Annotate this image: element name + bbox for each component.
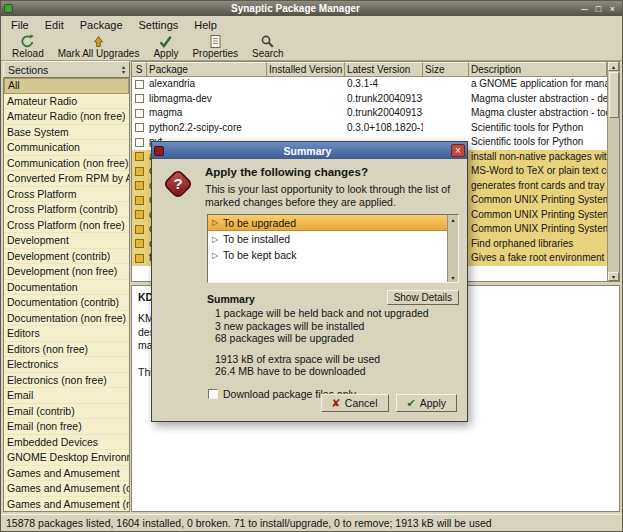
section-item[interactable]: Cross Platform (contrib) bbox=[4, 202, 129, 218]
changes-scroll-up-icon[interactable]: ▴ bbox=[451, 216, 454, 223]
column-header-size[interactable]: Size bbox=[423, 62, 469, 77]
section-item[interactable]: Development (contrib) bbox=[4, 249, 129, 265]
latest-version-cell: 0.trunk20040913-1 bbox=[345, 92, 423, 107]
window-controls: ─ □ × bbox=[578, 3, 619, 15]
section-item[interactable]: Communication (non free) bbox=[4, 156, 129, 172]
installed-version-cell bbox=[267, 106, 345, 121]
section-item[interactable]: Development (non free) bbox=[4, 264, 129, 280]
status-cell bbox=[132, 208, 147, 223]
table-scrollbar[interactable]: ▴ ▾ bbox=[607, 62, 619, 281]
apply-button-toolbar[interactable]: Apply bbox=[146, 34, 185, 59]
cancel-button[interactable]: ✘ Cancel bbox=[321, 394, 389, 412]
section-item[interactable]: Base System bbox=[4, 125, 129, 141]
column-header-package[interactable]: Package bbox=[147, 62, 267, 77]
expander-icon[interactable]: ▷ bbox=[211, 235, 219, 244]
checkbox-icon[interactable] bbox=[208, 389, 218, 399]
cancel-label: Cancel bbox=[345, 397, 378, 409]
section-item[interactable]: Cross Platform (non free) bbox=[4, 218, 129, 234]
package-row[interactable]: libmagma-dev 0.trunk20040913-1 Magma clu… bbox=[132, 92, 607, 107]
dialog-window-icon bbox=[154, 146, 164, 156]
window-titlebar: Synaptic Package Manager ─ □ × bbox=[1, 1, 622, 16]
search-button[interactable]: Search bbox=[245, 34, 291, 59]
column-header-description[interactable]: Description bbox=[469, 62, 607, 77]
menu-item[interactable]: Settings bbox=[131, 17, 187, 33]
scrollbar-thumb[interactable] bbox=[609, 72, 619, 118]
properties-icon bbox=[208, 34, 223, 48]
change-group-row[interactable]: ▷ To be kept back bbox=[208, 247, 447, 263]
menu-item[interactable]: Help bbox=[186, 17, 225, 33]
column-header-status[interactable]: S bbox=[132, 62, 147, 77]
change-group-label: To be kept back bbox=[223, 249, 297, 261]
package-row[interactable]: magma 0.trunk20040913-1 Magma cluster ab… bbox=[132, 106, 607, 121]
change-group-row[interactable]: ▷ To be upgraded bbox=[208, 215, 447, 231]
dialog-header-text: Apply the following changes? This is you… bbox=[205, 165, 459, 208]
minimize-button[interactable]: ─ bbox=[578, 3, 591, 15]
section-item[interactable]: All bbox=[4, 78, 129, 94]
section-item[interactable]: Games and Amusement (co bbox=[4, 481, 129, 497]
package-status-icon bbox=[135, 239, 144, 248]
mark-all-upgrades-icon bbox=[91, 34, 106, 48]
dialog-title: Summary bbox=[166, 145, 449, 157]
sections-filter-combo[interactable]: Sections ▴ ▾ bbox=[3, 61, 130, 78]
changes-scrollbar[interactable]: ▴ ▾ bbox=[447, 215, 458, 282]
show-details-button[interactable]: Show Details bbox=[387, 290, 459, 305]
dialog-close-button[interactable]: × bbox=[451, 144, 465, 157]
section-item[interactable]: Documentation (contrib) bbox=[4, 295, 129, 311]
status-cell bbox=[132, 106, 147, 121]
description-cell: Scientific tools for Python bbox=[469, 121, 607, 136]
cancel-icon: ✘ bbox=[332, 398, 341, 409]
section-item[interactable]: Documentation bbox=[4, 280, 129, 296]
apply-check-icon: ✔ bbox=[407, 398, 416, 409]
expander-icon[interactable]: ▷ bbox=[211, 251, 219, 260]
properties-button[interactable]: Properties bbox=[185, 34, 245, 59]
menu-item[interactable]: Package bbox=[72, 17, 131, 33]
expander-icon[interactable]: ▷ bbox=[211, 218, 219, 227]
section-item[interactable]: Amateur Radio bbox=[4, 94, 129, 110]
menu-item[interactable]: Edit bbox=[37, 17, 72, 33]
section-item[interactable]: Embedded Devices bbox=[4, 435, 129, 451]
package-row[interactable]: alexandria 0.3.1-4 a GNOME application f… bbox=[132, 77, 607, 92]
section-item[interactable]: Cross Platform bbox=[4, 187, 129, 203]
close-button[interactable]: × bbox=[606, 3, 619, 15]
dialog-header-block: ? Apply the following changes? This is y… bbox=[160, 165, 459, 208]
reload-button[interactable]: Reload bbox=[5, 34, 51, 59]
section-item[interactable]: Email (contrib) bbox=[4, 404, 129, 420]
apply-button[interactable]: ✔ Apply bbox=[396, 394, 457, 412]
section-item[interactable]: Communication bbox=[4, 140, 129, 156]
description-cell: generates front cards and tray car bbox=[469, 179, 607, 194]
search-icon bbox=[260, 34, 275, 48]
mark-all-upgrades-button[interactable]: Mark All Upgrades bbox=[51, 34, 147, 59]
section-item[interactable]: Editors (non free) bbox=[4, 342, 129, 358]
section-item[interactable]: Converted From RPM by Alie bbox=[4, 171, 129, 187]
section-item[interactable]: Electronics bbox=[4, 357, 129, 373]
change-group-row[interactable]: ▷ To be installed bbox=[208, 231, 447, 247]
installed-version-cell bbox=[267, 121, 345, 136]
synaptic-window: Synaptic Package Manager ─ □ × FileEditP… bbox=[0, 0, 623, 532]
section-item[interactable]: GNOME Desktop Environme bbox=[4, 450, 129, 466]
summary-line: 1 package will be held back and not upgr… bbox=[215, 307, 459, 320]
section-item[interactable]: Email (non free) bbox=[4, 419, 129, 435]
section-item[interactable]: Amateur Radio (non free) bbox=[4, 109, 129, 125]
maximize-button[interactable]: □ bbox=[592, 3, 605, 15]
section-item[interactable]: Games and Amusement (n bbox=[4, 497, 129, 513]
changes-scroll-down-icon[interactable]: ▾ bbox=[451, 274, 454, 281]
menu-item[interactable]: File bbox=[3, 17, 37, 33]
combo-spinner-icon: ▴ ▾ bbox=[122, 65, 125, 74]
section-item[interactable]: Editors bbox=[4, 326, 129, 342]
scrollbar-up-icon[interactable]: ▴ bbox=[608, 62, 619, 71]
spinner-down-icon: ▾ bbox=[122, 70, 125, 75]
column-header-latest-version[interactable]: Latest Version bbox=[345, 62, 423, 77]
apply-label: Apply bbox=[420, 397, 446, 409]
search-label: Search bbox=[252, 48, 284, 59]
column-header-installed-version[interactable]: Installed Version bbox=[267, 62, 345, 77]
description-cell: Magma cluster abstraction - tool bbox=[469, 106, 607, 121]
section-item[interactable]: Email bbox=[4, 388, 129, 404]
section-item[interactable]: Electronics (non free) bbox=[4, 373, 129, 389]
size-cell bbox=[423, 106, 469, 121]
package-row[interactable]: python2.2-scipy-core 0.3.0+108.1820-1 Sc… bbox=[132, 121, 607, 136]
section-item[interactable]: Games and Amusement bbox=[4, 466, 129, 482]
section-item[interactable]: Development bbox=[4, 233, 129, 249]
scrollbar-down-icon[interactable]: ▾ bbox=[608, 272, 619, 281]
section-item[interactable]: Documentation (non free) bbox=[4, 311, 129, 327]
summary-line: 1913 kB of extra space will be used bbox=[215, 353, 459, 366]
